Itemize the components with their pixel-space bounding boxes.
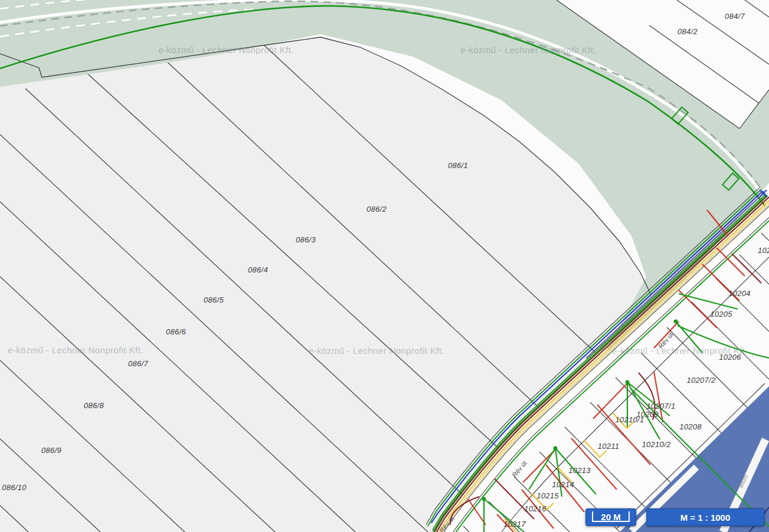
scale-ratio-button[interactable]: M = 1 : 1000 [646,508,764,526]
map-viewport[interactable]: 084/7084/2086/1086/2086/3086/4086/5086/6… [0,0,769,532]
scale-bar-button[interactable]: 20 M [585,508,636,526]
scale-bar-label: 20 M [601,512,620,522]
scale-ratio-label: M = 1 : 1000 [680,513,731,523]
map-surface[interactable] [0,0,769,532]
